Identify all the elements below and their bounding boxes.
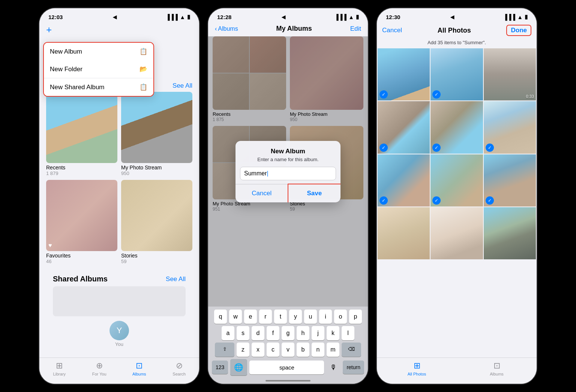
- p3-cancel-button[interactable]: Cancel: [382, 27, 402, 34]
- photo-cell-10[interactable]: [378, 207, 430, 259]
- see-all-button[interactable]: See All: [172, 82, 192, 90]
- return-key[interactable]: return: [343, 361, 364, 374]
- dialog-cancel-button[interactable]: Cancel: [236, 184, 288, 202]
- heart-badge: ♥: [48, 242, 52, 249]
- new-album-item[interactable]: New Album 📋: [43, 42, 154, 61]
- tab-albums[interactable]: ⊡ Albums: [119, 361, 159, 376]
- keyboard-bottom-row: 123 🌐 space 🎙 return: [210, 359, 366, 376]
- key-u[interactable]: u: [304, 310, 317, 324]
- key-d[interactable]: d: [252, 326, 264, 340]
- key-l[interactable]: l: [342, 326, 354, 340]
- shift-key[interactable]: ⇧: [215, 343, 234, 357]
- check-badge-8: ✓: [432, 196, 441, 205]
- key-v[interactable]: v: [282, 343, 294, 357]
- key-b[interactable]: b: [297, 343, 309, 357]
- numbers-key[interactable]: 123: [212, 361, 228, 374]
- phone3-tab-bar: ⊞ All Photos ⊡ Albums: [377, 358, 537, 384]
- phone2-nav-title: My Albums: [276, 25, 312, 33]
- tab-search[interactable]: ⊘ Search: [159, 361, 200, 376]
- key-w[interactable]: w: [229, 310, 242, 324]
- key-h[interactable]: h: [297, 326, 309, 340]
- photo-cell-2[interactable]: ✓: [430, 48, 483, 100]
- phone3-wifi-icon: ▲: [517, 14, 523, 20]
- key-i[interactable]: i: [319, 310, 332, 324]
- delete-key[interactable]: ⌫: [342, 343, 361, 357]
- phone3-content: ✓ ✓ 0:33 ✓ ✓ ✓: [377, 48, 537, 358]
- new-shared-icon: 📋: [140, 83, 147, 91]
- phone3-signal-icon: ▐▐▐: [503, 14, 515, 20]
- album-stories-count: 59: [121, 259, 192, 264]
- p3-tab-all-photos[interactable]: ⊞ All Photos: [377, 361, 457, 376]
- album-recents-name: Recents: [46, 165, 117, 171]
- dialog-input-text[interactable]: Summer: [244, 170, 267, 177]
- new-folder-item[interactable]: New Folder 📂: [44, 60, 153, 78]
- for-you-icon: ⊕: [96, 361, 103, 371]
- library-label: Library: [53, 372, 66, 376]
- search-icon: ⊘: [176, 361, 183, 371]
- photo-cell-5[interactable]: ✓: [430, 101, 483, 153]
- library-icon: ⊞: [56, 361, 63, 371]
- dialog-input-container: Summer |: [240, 167, 336, 180]
- key-a[interactable]: a: [222, 326, 234, 340]
- you-avatar[interactable]: Y: [110, 321, 129, 340]
- home-indicator: [210, 378, 366, 382]
- key-o[interactable]: o: [334, 310, 347, 324]
- photo-cell-7[interactable]: ✓: [378, 154, 430, 206]
- key-m[interactable]: m: [327, 343, 339, 357]
- p3-done-button[interactable]: Done: [506, 25, 531, 36]
- album-photo-stream[interactable]: My Photo Stream 950: [121, 92, 192, 176]
- phone2-nav: ‹ Albums My Albums Edit: [208, 22, 368, 36]
- p3-tab-albums[interactable]: ⊡ Albums: [457, 361, 537, 376]
- back-button[interactable]: ‹ Albums: [215, 25, 238, 32]
- new-album-label: New Album: [50, 48, 82, 55]
- key-k[interactable]: k: [327, 326, 339, 340]
- new-shared-album-item[interactable]: New Shared Album 📋: [44, 78, 153, 96]
- key-s[interactable]: s: [237, 326, 249, 340]
- tab-library[interactable]: ⊞ Library: [39, 361, 80, 376]
- key-e[interactable]: e: [244, 310, 257, 324]
- key-y[interactable]: y: [289, 310, 302, 324]
- photo-cell-12[interactable]: [484, 207, 536, 259]
- photo-cell-3[interactable]: 0:33: [484, 48, 536, 100]
- phone3-status-icons: ▐▐▐ ▲ ▮: [503, 13, 528, 20]
- key-r[interactable]: r: [259, 310, 272, 324]
- album-stories[interactable]: Stories 59: [121, 180, 192, 264]
- photo-cell-11[interactable]: [430, 207, 483, 259]
- emoji-key[interactable]: 🌐: [230, 359, 247, 376]
- album-recents[interactable]: Recents 1 879: [46, 92, 117, 176]
- photo-cell-9[interactable]: ✓: [484, 154, 536, 206]
- space-key[interactable]: space: [249, 361, 324, 374]
- mic-key[interactable]: 🎙: [326, 360, 340, 375]
- key-j[interactable]: j: [312, 326, 324, 340]
- key-z[interactable]: z: [237, 343, 249, 357]
- edit-button[interactable]: Edit: [350, 25, 361, 33]
- phone1-status-icons: ▐▐▐ ▲ ▮: [166, 13, 190, 20]
- photo-cell-1[interactable]: ✓: [378, 48, 430, 100]
- album-fav-name: Favourites: [46, 253, 117, 259]
- key-t[interactable]: t: [274, 310, 287, 324]
- album-favourites[interactable]: ♥ Favourites 46: [46, 180, 117, 264]
- key-x[interactable]: x: [252, 343, 264, 357]
- key-f[interactable]: f: [267, 326, 279, 340]
- p3-all-photos-label: All Photos: [408, 372, 426, 376]
- photo-cell-6[interactable]: ✓: [484, 101, 536, 153]
- photo-cell-4[interactable]: ✓: [378, 101, 430, 153]
- key-q[interactable]: q: [214, 310, 227, 324]
- new-folder-icon: 📂: [140, 65, 147, 73]
- shared-see-all-button[interactable]: See All: [166, 275, 186, 283]
- phone2-content: Recents 1 875 My Photo Stream 950: [208, 36, 368, 307]
- you-section: Y You: [46, 319, 192, 350]
- key-n[interactable]: n: [312, 343, 324, 357]
- add-button[interactable]: +: [46, 25, 52, 34]
- phone2-time: 12:28: [217, 14, 231, 20]
- dialog-title-area: New Album Enter a name for this album.: [236, 141, 340, 165]
- new-album-dialog: New Album Enter a name for this album. S…: [236, 141, 340, 202]
- keyboard-row-1: q w e r t y u i o p: [210, 310, 366, 324]
- tab-for-you[interactable]: ⊕ For You: [80, 361, 120, 376]
- key-c[interactable]: c: [267, 343, 279, 357]
- dialog-save-button[interactable]: Save: [288, 184, 341, 202]
- key-p[interactable]: p: [349, 310, 362, 324]
- albums-icon: ⊡: [136, 361, 142, 371]
- photo-cell-8[interactable]: ✓: [430, 154, 483, 206]
- key-g[interactable]: g: [282, 326, 294, 340]
